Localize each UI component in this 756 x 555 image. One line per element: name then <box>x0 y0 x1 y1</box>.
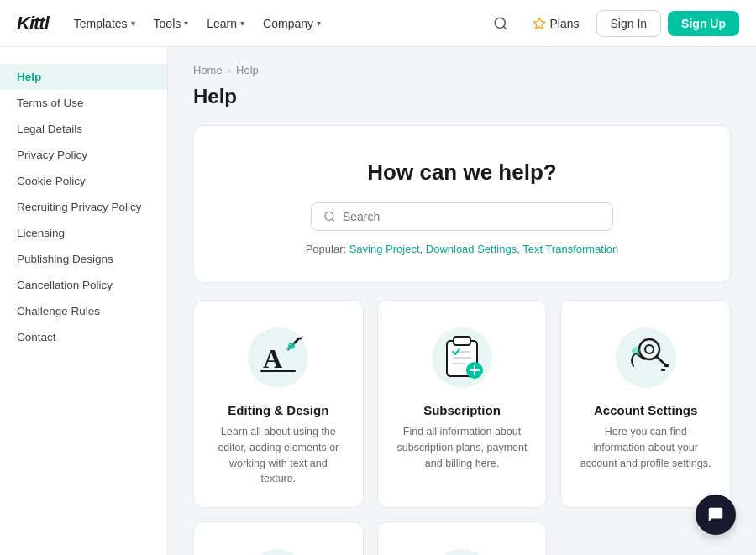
popular-text: Popular: Saving Project, Download Settin… <box>211 243 713 255</box>
sidebar-item-challenge-rules[interactable]: Challenge Rules <box>0 298 167 324</box>
breadcrumb-current: Help <box>236 64 259 76</box>
popular-link-saving-project[interactable]: Saving Project <box>349 243 420 255</box>
nav-tools[interactable]: Tools ▾ <box>145 12 197 35</box>
sidebar: Help Terms of Use Legal Details Privacy … <box>0 47 168 555</box>
editing-design-title: Editing & Design <box>211 403 346 417</box>
help-card-licensing[interactable]: ✦ ✦ ✦ Licensing Here you can find inform… <box>377 521 548 555</box>
subscription-title: Subscription <box>395 403 530 417</box>
sidebar-item-privacy-policy[interactable]: Privacy Policy <box>0 142 167 168</box>
chevron-down-icon: ▾ <box>131 18 135 28</box>
sidebar-item-cookie-policy[interactable]: Cookie Policy <box>0 168 167 194</box>
sidebar-item-help[interactable]: Help <box>0 64 167 90</box>
svg-text:A: A <box>263 343 282 374</box>
sidebar-item-terms-of-use[interactable]: Terms of Use <box>0 90 167 116</box>
svg-rect-26 <box>661 369 665 371</box>
signin-button[interactable]: Sign In <box>596 10 662 37</box>
chat-bubble-button[interactable] <box>696 495 736 535</box>
chevron-down-icon: ▾ <box>184 18 188 28</box>
page-title: Help <box>193 85 731 108</box>
account-settings-desc: Here you can find information about your… <box>578 424 713 471</box>
signup-button[interactable]: Sign Up <box>668 11 739 36</box>
sidebar-item-recruiting-privacy-policy[interactable]: Recruiting Privacy Policy <box>0 194 167 220</box>
plans-button[interactable]: Plans <box>522 12 589 35</box>
search-button[interactable] <box>486 8 516 39</box>
help-card-editing-design[interactable]: A Editing & Design Learn all about using… <box>193 300 364 508</box>
subscription-icon <box>428 324 496 391</box>
subscription-desc: Find all information about subscription … <box>395 424 530 471</box>
popular-link-text-transformation[interactable]: Text Transformation <box>522 243 618 255</box>
nav-company[interactable]: Company ▾ <box>255 12 329 35</box>
svg-point-27 <box>632 347 640 355</box>
chevron-down-icon: ▾ <box>317 18 321 28</box>
print-with-kittl-icon: ✦ ✦ ✦ <box>244 546 312 555</box>
help-cards-row2: ✦ ✦ ✦ Print with Kittl Find all informat… <box>193 521 731 555</box>
sidebar-item-publishing-designs[interactable]: Publishing Designs <box>0 246 167 272</box>
svg-point-34 <box>432 549 492 555</box>
licensing-icon: ✦ ✦ ✦ <box>428 546 496 555</box>
sidebar-item-cancellation-policy[interactable]: Cancellation Policy <box>0 272 167 298</box>
svg-line-4 <box>332 219 334 222</box>
help-card-print-with-kittl[interactable]: ✦ ✦ ✦ Print with Kittl Find all informat… <box>193 521 364 555</box>
search-icon <box>493 16 508 31</box>
logo[interactable]: Kittl <box>17 13 49 34</box>
help-card-account-settings[interactable]: Account Settings Here you can find infor… <box>560 300 731 508</box>
breadcrumb: Home › Help <box>193 64 731 76</box>
star-icon <box>533 17 546 30</box>
help-cards-row1: A Editing & Design Learn all about using… <box>193 300 731 508</box>
editing-design-icon: A <box>244 324 312 391</box>
main-content: Home › Help Help How can we help? Popula… <box>168 47 756 555</box>
svg-line-1 <box>504 26 507 29</box>
hero-card: How can we help? Popular: Saving Project… <box>193 125 731 283</box>
nav-templates[interactable]: Templates ▾ <box>66 12 144 35</box>
hero-title: How can we help? <box>211 160 713 186</box>
svg-point-28 <box>248 549 308 555</box>
nav-links: Templates ▾ Tools ▾ Learn ▾ Company ▾ <box>66 12 480 35</box>
svg-point-3 <box>325 212 333 220</box>
search-icon <box>323 210 336 223</box>
editing-design-desc: Learn all about using the editor, adding… <box>211 424 346 487</box>
help-card-subscription[interactable]: Subscription Find all information about … <box>377 300 548 508</box>
popular-link-download-settings[interactable]: Download Settings <box>426 243 517 255</box>
breadcrumb-separator: › <box>228 64 231 76</box>
account-settings-title: Account Settings <box>578 403 713 417</box>
sidebar-item-licensing[interactable]: Licensing <box>0 220 167 246</box>
sidebar-item-contact[interactable]: Contact <box>0 324 167 350</box>
search-bar <box>311 202 613 231</box>
navbar: Kittl Templates ▾ Tools ▾ Learn ▾ Compan… <box>0 0 756 47</box>
page-layout: Help Terms of Use Legal Details Privacy … <box>0 47 756 555</box>
svg-point-0 <box>496 18 506 28</box>
svg-marker-2 <box>534 18 545 29</box>
nav-learn[interactable]: Learn ▾ <box>198 12 253 35</box>
svg-rect-25 <box>664 364 669 367</box>
nav-right: Plans Sign In Sign Up <box>486 8 739 39</box>
breadcrumb-home[interactable]: Home <box>193 64 223 76</box>
sidebar-item-legal-details[interactable]: Legal Details <box>0 116 167 142</box>
account-settings-icon <box>612 324 680 391</box>
chevron-down-icon: ▾ <box>240 18 244 28</box>
svg-rect-14 <box>454 337 470 345</box>
search-input[interactable] <box>343 210 601 223</box>
chat-icon <box>706 505 725 524</box>
